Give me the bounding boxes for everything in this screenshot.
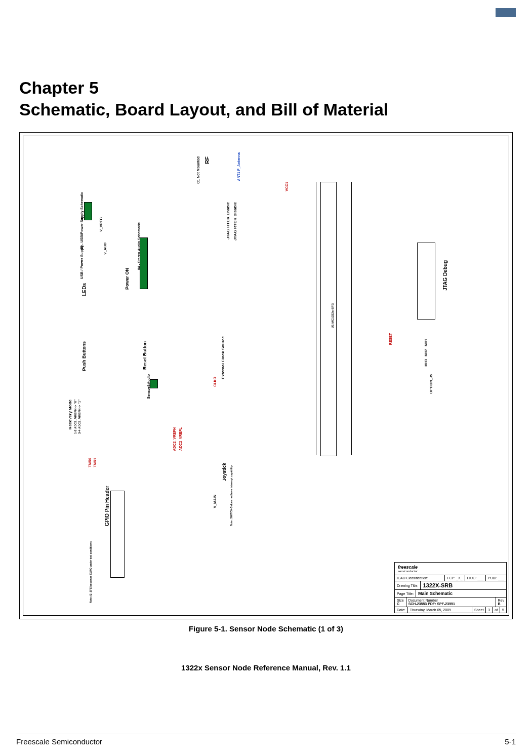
rf-block-label: RF — [204, 156, 210, 164]
mcu-partnum: U1 MC1322x-SFB — [331, 303, 334, 328]
chapter-number: Chapter 5 — [19, 78, 99, 97]
jtag-header-symbol — [417, 243, 435, 320]
adc2vrefh-net: ADC2_VREFH — [173, 427, 176, 451]
tb-docnum-val: SCH-23553 PDF: SPF-23551 — [408, 602, 455, 606]
gpio-note: Note: I2_SFS becomes CLKO under test con… — [89, 541, 92, 603]
tb-pubi: PUBI: ___ — [485, 575, 506, 581]
tb-date: Date: — [397, 608, 405, 612]
tb-fiuo: FIUO: ___ — [465, 575, 485, 581]
tb-of-val: 5 — [500, 607, 506, 613]
clko-net: CLKO — [213, 377, 217, 387]
leds-label: LEDs — [81, 283, 87, 296]
tb-drawing-val: 1322X-SRB — [420, 581, 506, 589]
tb-drawing: Drawing Title: — [395, 583, 420, 588]
recovery-label: Recovery Mode — [68, 400, 72, 429]
ext-clk-label: External Clock Source — [221, 336, 225, 379]
tb-size-val: C — [397, 602, 399, 606]
usb-power-label2: USB / Power Supply — [80, 245, 84, 279]
bus-vert-1 — [351, 182, 352, 455]
tmr1-net: TMR1 — [93, 458, 97, 467]
usb-power-label: 05 - USB/Power Supply Schematic — [80, 192, 84, 250]
figure-caption: Figure 5-1. Sensor Node Schematic (1 of … — [16, 624, 516, 633]
audio-sch-label: 04 - Stereo Audio Schematic — [137, 222, 141, 270]
chapter-title: Schematic, Board Layout, and Bill of Mat… — [19, 100, 388, 119]
gpio-header-symbol — [110, 491, 125, 578]
recovery-l2: 3-4 ADC2_VREFH -> "1" — [78, 400, 81, 434]
recovery-l1: 1-2 ADC2_VREFH -> "0" — [74, 400, 77, 434]
jtag-debug-label: JTAG Debug — [442, 260, 448, 291]
jtag-rtck-en-label: JTAG RTCK Enable — [226, 202, 230, 240]
chapter-heading: Chapter 5 Schematic, Board Layout, and B… — [19, 77, 516, 120]
reset-net: RESET — [389, 333, 392, 345]
schematic-frame-outer: RF ANT1 F_Antenna C1 Not Mounted U1 MC13… — [19, 132, 513, 619]
tb-of: of — [492, 607, 500, 613]
audio-schematic-port — [140, 237, 148, 289]
power-on-label: Power ON — [125, 268, 130, 290]
title-block: freescalesemiconductor ICAD Classificati… — [394, 562, 507, 613]
joystick-note: Note: SWITCH-5 does not have interrupt c… — [230, 465, 233, 526]
tb-rev: Rev — [498, 599, 504, 602]
tmr0-net: TMR0 — [88, 458, 92, 467]
vmain-net: V_MAIN — [213, 495, 217, 508]
adc2vrefl-net: ADC2_VREFL — [179, 427, 182, 451]
bus-vert-2 — [316, 182, 316, 455]
logo-sub: semiconductor — [398, 570, 503, 573]
vaud-net: V_AUD — [103, 243, 107, 255]
tb-size: Size — [397, 599, 404, 602]
footer-right: 5-1 — [505, 737, 516, 746]
document-title-footer: 1322x Sensor Node Reference Manual, Rev.… — [16, 663, 516, 672]
sensor-audio-port — [150, 379, 158, 388]
vvreg-net: V_VREG — [99, 217, 103, 231]
jtag-rtck-dis-label: JTAG RTCK Disable — [233, 202, 237, 241]
page-footer: Freescale Semiconductor 5-1 — [16, 734, 516, 746]
tb-page-val: Main Schematic — [416, 590, 506, 597]
tb-page: Page Title: — [395, 591, 416, 596]
tb-sheet-val: 3 — [485, 607, 492, 613]
schematic-frame-inner: RF ANT1 F_Antenna C1 Not Mounted U1 MC13… — [23, 136, 509, 616]
logo-text: freescale — [398, 565, 418, 570]
mh3-label: MH3 — [424, 359, 428, 367]
tb-docnum: Document Number — [408, 599, 438, 602]
reset-button-label: Reset Button — [142, 341, 147, 370]
gpio-hdr-label: GPIO Pin Header — [104, 486, 110, 526]
footer-left: Freescale Semiconductor — [16, 737, 102, 746]
header-accent-bar — [496, 8, 516, 17]
tb-fcp: FCP: _X_ — [444, 575, 464, 581]
usb-power-port — [84, 202, 92, 220]
tb-rev-val: B — [498, 602, 501, 606]
push-buttons-label: Push Buttons — [81, 341, 87, 371]
tb-date-val: Thursday, March 05, 2009 — [407, 607, 472, 613]
mh2-label: MH2 — [424, 349, 428, 356]
antenna-label: ANT1 F_Antenna — [237, 152, 240, 181]
mcu-symbol — [320, 182, 337, 456]
sensor-audio-label: Sensor&Audio — [147, 374, 150, 399]
joystick-label: Joystick — [222, 463, 227, 481]
option-j5-label: OPTION_J5 — [429, 374, 433, 394]
tb-sheet: Sheet — [472, 607, 485, 613]
tb-cad: ICAD Classification: — [397, 576, 428, 580]
vcc1-net: VCC1 — [285, 182, 289, 191]
c1-not-mounted: C1 Not Mounted — [196, 156, 200, 184]
mh1-label: MH1 — [424, 339, 428, 346]
